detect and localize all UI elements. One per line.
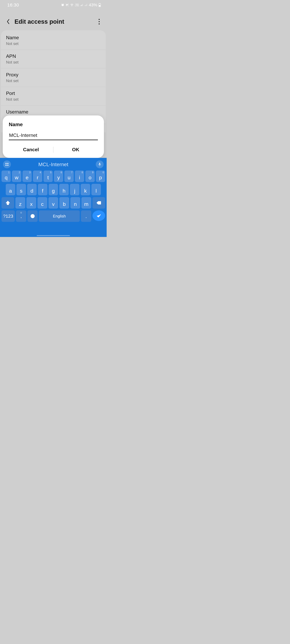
volte-icon: Vo))LTE1 [75,4,79,6]
row-name[interactable]: Name Not set [1,31,106,50]
key-g[interactable]: g [49,184,58,195]
key-f[interactable]: f [38,184,48,195]
status-bar: 16:30 Vo))LTE1 43% [0,0,107,10]
signal-icon-2 [85,4,88,6]
key-l[interactable]: l [91,184,101,195]
key-backspace[interactable] [92,197,105,208]
battery-text: 43% [89,2,97,8]
key-b[interactable]: b [59,197,69,208]
svg-rect-5 [6,163,7,164]
svg-rect-4 [99,5,100,6]
keyboard-row-4: ?123 ☺ , English . [2,210,105,222]
key-h[interactable]: h [59,184,69,195]
keyboard-row-2: a s d f g h j k l [2,184,105,195]
more-options-button[interactable] [96,18,103,25]
keyboard-suggestion[interactable]: MCL-Internet [38,162,68,168]
more-vertical-icon [99,18,100,25]
edit-name-dialog: Name Cancel OK [3,116,104,158]
key-i[interactable]: 8i [75,170,84,182]
home-indicator[interactable] [37,235,70,236]
keyboard-mic-button[interactable] [96,160,104,168]
key-v[interactable]: v [49,197,58,208]
name-input[interactable] [9,132,98,140]
key-r[interactable]: 4r [33,170,42,182]
row-value: Not set [6,60,101,64]
row-label: Proxy [6,72,101,78]
row-label: Username [6,109,101,115]
row-value: Not set [6,78,101,83]
status-icons-group: Vo))LTE1 43% [61,2,101,8]
alarm-icon [61,3,64,7]
key-y[interactable]: 6y [54,170,63,182]
cancel-button[interactable]: Cancel [9,145,53,154]
key-s[interactable]: s [17,184,26,195]
key-enter[interactable] [92,210,105,221]
key-language[interactable] [28,210,38,222]
ok-button[interactable]: OK [54,145,98,154]
keyboard-row-1: 1q 2w 3e 4r 5t 6y 7u 8i 9o 0p [2,170,105,182]
keyboard-toolbar: MCL-Internet [2,159,105,170]
key-k[interactable]: k [81,184,90,195]
dialog-title: Name [9,122,98,128]
row-label: APN [6,54,101,59]
svg-point-1 [72,6,72,6]
key-o[interactable]: 9o [85,170,95,182]
row-value: Not set [6,41,101,46]
svg-rect-8 [7,165,9,166]
key-t[interactable]: 5t [44,170,53,182]
keyboard-apps-button[interactable] [3,160,11,168]
key-m[interactable]: m [81,197,91,208]
row-value: Not set [6,97,101,102]
soft-keyboard: MCL-Internet 1q 2w 3e 4r 5t 6y 7u 8i 9o … [0,158,107,237]
key-p[interactable]: 0p [96,170,105,182]
row-port[interactable]: Port Not set [1,87,106,106]
page-title: Edit access point [15,18,96,25]
svg-rect-7 [6,165,7,166]
svg-rect-6 [7,163,9,164]
back-button[interactable] [4,17,12,26]
key-z[interactable]: z [16,197,25,208]
page-header: Edit access point [0,10,107,30]
key-a[interactable]: a [6,184,15,195]
row-proxy[interactable]: Proxy Not set [1,68,106,87]
key-period[interactable]: . [81,210,91,222]
key-j[interactable]: j [70,184,80,195]
emoji-hint-icon: ☺ [20,211,22,214]
svg-rect-3 [99,3,100,4]
row-label: Port [6,90,101,96]
keyboard-row-3: z x c v b n m [2,197,105,208]
row-label: Name [6,35,101,40]
wifi-icon [70,3,74,7]
key-n[interactable]: n [70,197,80,208]
key-comma[interactable]: ☺ , [16,210,26,222]
key-e[interactable]: 3e [23,170,32,182]
key-x[interactable]: x [27,197,36,208]
key-space[interactable]: English [39,210,80,222]
key-q[interactable]: 1q [2,170,11,182]
key-d[interactable]: d [27,184,37,195]
battery-icon [99,3,101,7]
key-c[interactable]: c [38,197,47,208]
key-u[interactable]: 7u [64,170,74,182]
row-apn[interactable]: APN Not set [1,50,106,68]
key-shift[interactable] [2,197,14,208]
key-symbols[interactable]: ?123 [2,210,15,222]
key-w[interactable]: 2w [12,170,21,182]
status-time: 16:30 [7,2,19,8]
vibrate-icon [66,3,69,7]
signal-icon-1 [80,4,83,6]
